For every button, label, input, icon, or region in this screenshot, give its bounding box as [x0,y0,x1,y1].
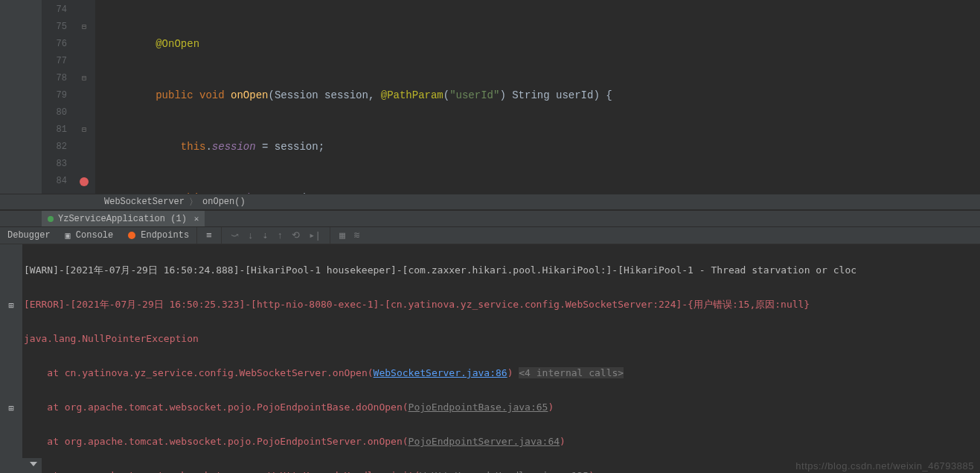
run-config-label: YzServiceApplication (1) [58,214,187,224]
evaluate-icon[interactable]: ▦ [339,229,345,241]
editor-gutter[interactable]: ⊟ ⊟ ⊟ [73,0,95,194]
run-config-tab[interactable]: YzServiceApplication (1) ✕ [42,211,205,226]
stack-line: at cn.yatinova.yz_service.config.WebSock… [24,364,979,381]
fold-icon[interactable]: ⊟ [82,70,86,87]
expand-icon[interactable]: ⊞ [0,400,22,417]
code-editor[interactable]: 74 75 76 77 78 79 80 81 82 83 84 ⊟ ⊟ ⊟ @… [0,0,980,194]
code-area[interactable]: @OnOpen public void onOpen(Session sessi… [95,0,980,194]
step-into-icon[interactable]: ↓ [248,230,254,241]
source-link[interactable]: PojoEndpointBase.java:65 [409,401,548,413]
stack-line: at org.apache.tomcat.websocket.pojo.Pojo… [24,399,979,416]
run-tab-bar: YzServiceApplication (1) ✕ [0,210,980,226]
breadcrumb-class[interactable]: WebSocketServer [104,197,185,207]
settings-icon[interactable]: ≡ [206,230,212,241]
debug-toolbar: Debugger ▣Console Endpoints ≡ ⤻ ↓ ⇣ ↑ ⟲ … [0,226,980,244]
drop-frame-icon[interactable]: ⟲ [292,229,300,241]
console-output[interactable]: [WARN]-[2021年-07月-29日 16:50:24.888]-[Hik… [22,244,980,473]
internal-calls-hint[interactable]: <4 internal calls> [519,367,624,378]
expand-icon[interactable]: ⊞ [0,297,22,314]
breadcrumb-method[interactable]: onOpen() [202,197,246,207]
tab-endpoints[interactable]: Endpoints [121,227,196,244]
step-over-icon[interactable]: ⤻ [231,229,239,241]
stack-line: at org.apache.tomcat.websocket.pojo.Pojo… [24,433,979,450]
exception-line: java.lang.NullPointerException [24,330,979,347]
breadcrumb[interactable]: WebSocketServer 〉 onOpen() [0,194,980,210]
run-to-cursor-icon[interactable]: ▸| [309,229,321,241]
step-out-icon[interactable]: ↑ [278,230,284,241]
fold-icon[interactable]: ⊟ [82,19,86,36]
trace-icon[interactable]: ≋ [354,229,360,241]
source-link[interactable]: WebSocketServer.java:86 [374,367,507,378]
close-icon[interactable]: ✕ [194,214,199,223]
tab-console[interactable]: ▣Console [58,227,121,244]
run-status-icon [48,216,54,222]
chevron-right-icon: 〉 [189,196,198,209]
line-number-gutter: 74 75 76 77 78 79 80 81 82 83 84 [42,0,73,194]
endpoints-icon [128,232,135,239]
fold-icon[interactable]: ⊟ [82,121,86,139]
tab-debugger[interactable]: Debugger [0,227,58,244]
force-step-into-icon[interactable]: ⇣ [263,229,269,241]
watermark: https://blog.csdn.net/weixin_46793885 [795,460,974,472]
log-line: [ERROR]-[2021年-07月-29日 16:50:25.323]-[ht… [24,296,979,313]
console-gutter: ⊞ ⊞ [0,244,22,473]
source-link[interactable]: PojoEndpointServer.java:64 [409,436,560,447]
source-link[interactable]: WsHttpUpgradeHandler.java:135 [420,470,589,473]
log-line: [WARN]-[2021年-07月-29日 16:50:24.888]-[Hik… [24,261,979,279]
editor-left-strip [0,0,42,194]
breakpoint-icon[interactable] [80,177,89,186]
console-panel: ⊞ ⊞ [WARN]-[2021年-07月-29日 16:50:24.888]-… [0,244,980,473]
console-icon: ▣ [65,230,71,241]
